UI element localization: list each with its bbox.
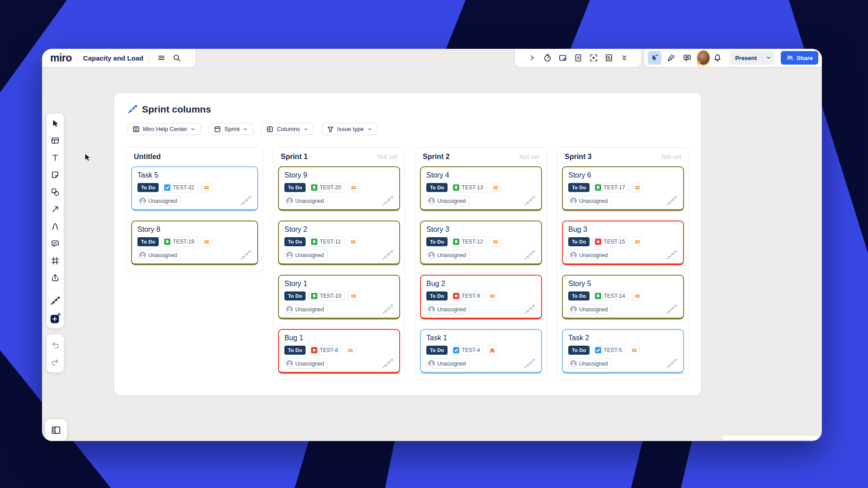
card-footer: Unassigned bbox=[284, 304, 394, 314]
panel-toggle-button[interactable] bbox=[45, 419, 67, 441]
frame-button[interactable] bbox=[48, 254, 62, 267]
card-test-19[interactable]: Story 8 To Do TEST-19 Unassigned bbox=[131, 221, 258, 265]
card-test-20[interactable]: Story 9 To Do TEST-20 Unassigned bbox=[278, 166, 400, 211]
card-badges: To Do TEST-11 bbox=[284, 237, 394, 247]
arrow-button[interactable] bbox=[48, 202, 62, 216]
comment-bubble-button[interactable] bbox=[680, 51, 694, 65]
shapes-button[interactable] bbox=[48, 185, 62, 199]
jira-apps-button[interactable] bbox=[48, 294, 62, 308]
app-header-tools: 3 bbox=[515, 49, 641, 67]
pen-button[interactable] bbox=[48, 220, 62, 233]
card-test-10[interactable]: Story 1 To Do TEST-10 Unassigned bbox=[278, 275, 400, 319]
collapse-chevrons-button[interactable] bbox=[618, 51, 631, 65]
column-capacity: Not set bbox=[519, 153, 539, 160]
assignee-name: Unassigned bbox=[437, 306, 466, 313]
text-button[interactable] bbox=[48, 151, 62, 164]
avatar-placeholder-icon bbox=[286, 306, 293, 313]
upload-button[interactable] bbox=[48, 271, 62, 285]
present-label: Present bbox=[730, 55, 762, 61]
select-cursor-button[interactable] bbox=[48, 117, 62, 130]
reactions-button[interactable] bbox=[664, 51, 678, 65]
card-title: Story 5 bbox=[568, 279, 678, 288]
layout-columns-icon bbox=[132, 126, 140, 133]
column-header[interactable]: Sprint 2 Not set bbox=[420, 153, 542, 161]
present-button[interactable]: Present bbox=[730, 51, 774, 65]
search-button[interactable] bbox=[170, 51, 184, 65]
jira-watermark-icon bbox=[240, 196, 252, 207]
divider bbox=[49, 289, 61, 290]
card-badges: To Do TEST-5 bbox=[568, 345, 678, 355]
share-button[interactable]: Share bbox=[781, 51, 818, 65]
filter-button-issue-type[interactable]: Issue type bbox=[322, 123, 377, 135]
card-badges: To Do TEST-17 bbox=[568, 183, 678, 192]
card-test-12[interactable]: Story 3 To Do TEST-12 Unassigned bbox=[420, 221, 542, 265]
card-footer: Unassigned bbox=[426, 196, 536, 206]
add-app-button[interactable] bbox=[48, 311, 62, 325]
notifications-button[interactable] bbox=[712, 51, 724, 65]
card-test-17[interactable]: Story 6 To Do TEST-17 Unassigned bbox=[562, 166, 684, 211]
notes-button[interactable] bbox=[602, 51, 616, 65]
type-task-icon bbox=[164, 184, 170, 191]
chevron-down-icon bbox=[243, 127, 248, 132]
chevron-down-icon[interactable] bbox=[763, 55, 774, 61]
card-badges: To Do TEST-20 bbox=[284, 183, 394, 192]
spotlight-button[interactable] bbox=[587, 51, 600, 65]
priority-medium-icon bbox=[632, 291, 643, 301]
card-badges: To Do TEST-32 bbox=[137, 183, 252, 192]
card-test-14[interactable]: Story 5 To Do TEST-14 Unassigned bbox=[562, 275, 684, 319]
filter-button-columns[interactable]: Columns bbox=[261, 123, 313, 135]
undo-button[interactable] bbox=[48, 338, 62, 352]
card-test-13[interactable]: Story 4 To Do TEST-13 Unassigned bbox=[420, 166, 542, 211]
card-test-32[interactable]: Task 5 To Do TEST-32 Unassigned bbox=[131, 166, 258, 211]
add-image-button[interactable] bbox=[556, 51, 570, 65]
templates-icon bbox=[51, 136, 60, 145]
upload-icon bbox=[51, 273, 60, 282]
column-header[interactable]: Sprint 3 Not set bbox=[562, 153, 684, 161]
card-test-4[interactable]: Task 1 To Do TEST-4 Unassigned bbox=[420, 329, 542, 374]
card-test-11[interactable]: Story 2 To Do TEST-11 Unassigned bbox=[278, 221, 400, 265]
assignee-chip: Unassigned bbox=[426, 196, 470, 206]
sticky-note-button[interactable] bbox=[48, 168, 62, 182]
add-image-icon bbox=[558, 53, 567, 62]
horizontal-scrollbar[interactable] bbox=[722, 436, 819, 440]
widget-title: Sprint columns bbox=[142, 104, 211, 115]
timer-button[interactable] bbox=[541, 51, 554, 65]
card-test-5[interactable]: Task 2 To Do TEST-5 Unassigned bbox=[562, 329, 684, 374]
issue-key-chip: TEST-12 bbox=[451, 237, 486, 247]
type-story-icon bbox=[595, 184, 601, 191]
card-footer: Unassigned bbox=[568, 196, 678, 206]
templates-button[interactable] bbox=[48, 134, 62, 147]
hamburger-menu-button[interactable] bbox=[155, 51, 168, 65]
type-story-icon bbox=[164, 239, 170, 245]
card-test-9[interactable]: Bug 2 To Do TEST-9 Unassigned bbox=[420, 275, 542, 319]
jira-watermark-icon bbox=[382, 304, 394, 315]
card-title: Bug 2 bbox=[426, 279, 536, 288]
redo-button[interactable] bbox=[48, 355, 62, 369]
card-title: Story 9 bbox=[284, 171, 394, 180]
card-test-8[interactable]: Bug 1 To Do TEST-8 Unassigned bbox=[278, 329, 400, 374]
comment-button[interactable] bbox=[48, 237, 62, 250]
assignee-chip: Unassigned bbox=[426, 250, 470, 260]
column-header[interactable]: Sprint 1 Not set bbox=[278, 153, 400, 161]
jira-watermark-icon bbox=[524, 358, 536, 370]
issue-key: TEST-8 bbox=[320, 347, 338, 353]
pointer-tool-button[interactable] bbox=[648, 51, 661, 65]
board-title[interactable]: Capacity and Load bbox=[83, 54, 143, 62]
card-title: Bug 3 bbox=[568, 225, 678, 234]
chevron-right-button[interactable] bbox=[525, 51, 539, 65]
card-title: Task 5 bbox=[137, 171, 252, 180]
filter-button-sprint[interactable]: Sprint bbox=[209, 123, 253, 135]
assignee-chip: Unassigned bbox=[284, 304, 328, 314]
avatar-placeholder-icon bbox=[570, 197, 577, 204]
card-test-15[interactable]: Bug 3 To Do TEST-15 Unassigned bbox=[562, 221, 684, 265]
avatar[interactable] bbox=[698, 51, 709, 65]
miro-logo[interactable]: miro bbox=[50, 52, 72, 64]
estimate-button[interactable]: 3 bbox=[571, 51, 585, 65]
column-header[interactable]: Untitled bbox=[131, 153, 258, 161]
filter-button-miro-help-center[interactable]: Miro Help Center bbox=[127, 123, 201, 135]
card-title: Story 4 bbox=[426, 171, 536, 180]
jira-apps-icon bbox=[50, 296, 60, 306]
issue-key-chip: TEST-5 bbox=[593, 345, 626, 355]
type-bug-icon bbox=[311, 347, 317, 353]
avatar-placeholder-icon bbox=[428, 306, 435, 313]
